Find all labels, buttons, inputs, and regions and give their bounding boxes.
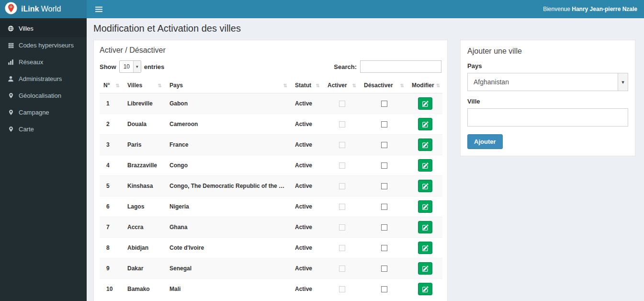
column-label: Modifier [412,82,434,89]
cell-num: 8 [100,238,124,258]
sidebar-item-campagne[interactable]: Campagne [0,104,87,121]
cell-modifier [408,176,442,197]
cell-statut: Active [291,258,324,279]
brand-title-rest: World [41,5,61,13]
edit-button[interactable] [418,283,432,295]
sidebar-item-geolocalisation[interactable]: Géolocalisation [0,87,87,104]
cell-pays: Congo [166,155,291,176]
cell-desactiver [360,238,408,258]
cell-ville: Brazzaville [124,155,166,176]
sidebar-item-carte[interactable]: Carte [0,121,87,138]
column-header[interactable]: Villes⇅ [124,78,166,93]
cell-desactiver [360,114,408,135]
user-menu[interactable]: Bienvenue Hanry Jean-pierre Nzale [543,6,637,12]
show-label: Show [100,63,116,70]
cell-pays: Congo, The Democratic Republic of the Co… [166,176,291,197]
cell-statut: Active [291,217,324,238]
desactiver-checkbox[interactable] [381,286,387,292]
desactiver-checkbox[interactable] [381,224,387,231]
cell-num: 3 [100,135,124,155]
column-label: Villes [127,82,142,89]
page-length-control: Show 10 ▾ entries [100,60,164,73]
table-row: 4BrazzavilleCongoActive [100,155,442,176]
desactiver-checkbox[interactable] [381,162,387,169]
map-marker-icon [7,109,14,116]
column-header[interactable]: Modifier⇅ [408,78,442,93]
column-header[interactable]: Désactiver⇅ [360,78,408,93]
cell-ville: Libreville [124,93,166,114]
add-city-panel: Ajouter une ville Pays Afghanistan ▾ Vil… [460,40,635,156]
cell-statut: Active [291,197,324,217]
sidebar-item-villes[interactable]: Villes [0,20,87,37]
cell-activer [324,176,360,197]
cell-statut: Active [291,238,324,258]
brand[interactable]: iLink World [0,0,87,18]
sidebar-item-codes-hyperviseurs[interactable]: Codes hyperviseurs [0,37,87,54]
map-marker-icon [7,126,14,132]
sidebar-item-administrateurs[interactable]: Administrateurs [0,70,87,87]
desactiver-checkbox[interactable] [381,183,387,189]
edit-button[interactable] [418,180,432,192]
ville-input[interactable] [467,108,628,127]
sidebar-item-reseaux[interactable]: Réseaux [0,54,87,70]
activer-checkbox [339,204,345,210]
desactiver-checkbox[interactable] [381,245,387,251]
edit-icon [422,245,429,251]
edit-icon [422,183,429,189]
cell-modifier [408,197,442,217]
edit-button[interactable] [418,139,432,151]
cell-activer [324,93,360,114]
column-header[interactable]: Statut⇅ [291,78,324,93]
desactiver-checkbox[interactable] [381,142,387,148]
cell-modifier [408,258,442,279]
cell-modifier [408,155,442,176]
desactiver-checkbox[interactable] [381,266,387,272]
edit-button[interactable] [418,200,432,213]
desactiver-checkbox[interactable] [381,121,387,127]
search-input[interactable] [360,60,441,73]
edit-button[interactable] [418,242,432,254]
sort-icon: ⇅ [352,83,356,88]
column-header[interactable]: Pays⇅ [166,78,291,93]
edit-button[interactable] [418,221,432,233]
edit-icon [422,142,429,148]
page-length-select[interactable]: 10 [119,60,141,73]
cell-statut: Active [291,135,324,155]
edit-button[interactable] [418,262,432,275]
bar-chart-icon [7,59,14,65]
ville-label: Ville [467,98,628,105]
cell-statut: Active [291,176,324,197]
sort-icon: ⇅ [283,83,287,88]
brand-title: iLink World [21,5,61,13]
body-row: VillesCodes hyperviseursRéseauxAdministr… [0,18,644,301]
edit-button[interactable] [418,159,432,172]
cell-ville: Abidjan [124,238,166,258]
page-length-select-wrap: 10 ▾ [119,60,141,73]
cell-statut: Active [291,155,324,176]
cell-desactiver [360,176,408,197]
ajouter-button[interactable]: Ajouter [467,134,503,149]
cell-activer [324,114,360,135]
activer-checkbox [339,183,345,189]
desactiver-checkbox[interactable] [381,204,387,210]
column-header[interactable]: Activer⇅ [324,78,360,93]
welcome-username: Hanry Jean-pierre Nzale [572,6,637,12]
table-controls: Show 10 ▾ entries Search: [100,60,441,73]
user-icon [7,76,14,82]
cell-ville: Kinshasa [124,176,166,197]
table-row: 10BamakoMaliActive [100,279,442,300]
column-label: Pays [169,82,183,89]
activer-checkbox [339,121,345,127]
cell-ville: Bamako [124,279,166,300]
column-header[interactable]: N°⇅ [100,78,124,93]
desactiver-checkbox[interactable] [381,101,387,107]
table-header-row: N°⇅Villes⇅Pays⇅Statut⇅Activer⇅Désactiver… [100,78,442,93]
edit-button[interactable] [418,97,432,110]
pays-select[interactable]: Afghanistan [467,73,628,91]
sort-icon: ⇅ [316,83,320,88]
edit-button[interactable] [418,118,432,130]
hamburger-menu-button[interactable] [93,4,104,14]
top-navbar: iLink World Bienvenue Hanry Jean-pierre … [0,0,644,18]
cell-pays: Nigeria [166,197,291,217]
navbar-main: Bienvenue Hanry Jean-pierre Nzale [87,0,644,18]
